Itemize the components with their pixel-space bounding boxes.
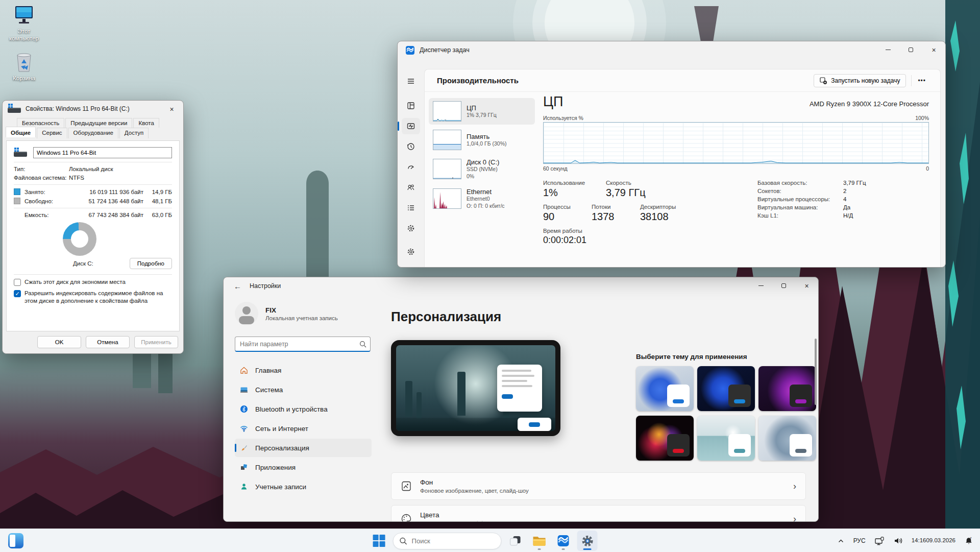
nav-item-system[interactable]: Система bbox=[235, 380, 372, 399]
list-item-ethernet[interactable]: Ethernet Ethernet0 О: 0 П: 0 кбит/с bbox=[429, 185, 535, 212]
desktop-icon-label: Корзина bbox=[13, 75, 35, 82]
index-checkbox-row[interactable]: ✓ Разрешить индексировать содержимое фай… bbox=[14, 290, 172, 305]
list-item-disk[interactable]: Диск 0 (C:) SSD (NVMe) 0% bbox=[429, 155, 535, 183]
start-button[interactable] bbox=[369, 531, 389, 551]
info-value: 4 bbox=[843, 196, 846, 202]
close-button[interactable]: × bbox=[160, 101, 183, 117]
tray-chevron-up[interactable] bbox=[834, 532, 848, 550]
settings-search-input[interactable] bbox=[235, 337, 371, 352]
minimize-button[interactable] bbox=[876, 41, 899, 58]
nav-item-apps[interactable]: Приложения bbox=[235, 458, 372, 476]
used-label: Занято: bbox=[24, 189, 69, 195]
tab-tools[interactable]: Сервис bbox=[37, 128, 67, 138]
theme-tile-windows-light[interactable] bbox=[636, 366, 694, 411]
desktop-icon-this-pc[interactable]: Этот компьютер bbox=[4, 5, 44, 42]
clock[interactable]: 14:16 09.03.2026 bbox=[909, 532, 959, 550]
theme-tile-captured-motion[interactable] bbox=[697, 416, 755, 461]
processes-label: Процессы bbox=[543, 204, 577, 210]
tab-previous-versions[interactable]: Предыдущие версии bbox=[65, 118, 132, 128]
app-history-icon[interactable] bbox=[402, 138, 420, 155]
close-button[interactable]: × bbox=[922, 41, 945, 58]
theme-tile-flower-dark[interactable] bbox=[636, 416, 694, 461]
language-indicator[interactable]: РУС bbox=[850, 532, 869, 550]
settings-window: ← Настройки × FIX Локальная учетная запи… bbox=[223, 277, 819, 522]
task-view-button[interactable] bbox=[505, 531, 526, 551]
cancel-button[interactable]: Отмена bbox=[86, 336, 130, 348]
checkbox-checked[interactable]: ✓ bbox=[14, 290, 21, 297]
menu-icon[interactable] bbox=[402, 73, 420, 89]
nav-label: Приложения bbox=[255, 464, 296, 471]
back-icon[interactable]: ← bbox=[234, 282, 241, 291]
colors-settings-row[interactable]: Цвета Контрастный цвет, эффекты прозрачн… bbox=[391, 505, 806, 522]
task-manager-button[interactable] bbox=[553, 531, 574, 551]
drive-icon bbox=[14, 148, 27, 158]
file-explorer-button[interactable] bbox=[529, 531, 550, 551]
ok-button[interactable]: OK bbox=[37, 336, 81, 348]
disk-label: Диск C: bbox=[73, 260, 93, 267]
network-tray[interactable] bbox=[871, 532, 888, 550]
details-button[interactable]: Подробно bbox=[130, 258, 172, 269]
dialog-titlebar[interactable]: Свойства: Windows 11 Pro 64-Bit (C:) × bbox=[3, 101, 183, 117]
volume-label-input[interactable] bbox=[33, 147, 172, 158]
network-icon bbox=[875, 537, 885, 545]
background-settings-row[interactable]: Фон Фоновое изображение, цвет, слайд-шоу… bbox=[391, 472, 806, 500]
apply-button[interactable]: Применить bbox=[134, 336, 178, 348]
disk-mini-chart bbox=[433, 159, 461, 179]
settings-icon[interactable] bbox=[402, 244, 420, 260]
chart-ymax: 100% bbox=[915, 115, 929, 121]
info-label: Кэш L1: bbox=[757, 212, 843, 219]
list-item-memory[interactable]: Память 1,0/4,0 ГБ (30%) bbox=[429, 127, 535, 153]
row-title: Цвета bbox=[420, 511, 579, 519]
handles-value: 38108 bbox=[640, 211, 676, 223]
widgets-button[interactable] bbox=[8, 533, 23, 548]
volume-tray[interactable] bbox=[890, 532, 906, 550]
more-options-icon[interactable]: ••• bbox=[911, 75, 932, 86]
taskbar-search[interactable] bbox=[393, 533, 502, 549]
row-title: Фон bbox=[420, 478, 529, 486]
item-title: ЦП bbox=[467, 104, 497, 112]
scrollbar-thumb[interactable] bbox=[815, 339, 817, 405]
processes-icon[interactable] bbox=[402, 98, 420, 114]
tray-date: 09.03.2026 bbox=[926, 537, 955, 545]
performance-icon[interactable] bbox=[402, 118, 420, 134]
taskbar-search-input[interactable] bbox=[412, 537, 488, 545]
maximize-button[interactable] bbox=[772, 277, 795, 294]
desktop-icon-recycle-bin[interactable]: Корзина bbox=[4, 51, 44, 82]
tab-quota[interactable]: Квота bbox=[133, 118, 159, 128]
item-sub: О: 0 П: 0 кбит/с bbox=[467, 203, 505, 210]
theme-tile-purple-glow[interactable] bbox=[758, 366, 816, 411]
theme-tile-glow-fabric[interactable] bbox=[758, 416, 816, 461]
tab-sharing[interactable]: Доступ bbox=[119, 128, 149, 138]
task-manager-titlebar[interactable]: Диспетчер задач × bbox=[398, 41, 945, 59]
info-label: Сокетов: bbox=[757, 188, 843, 194]
compress-checkbox-row[interactable]: Сжать этот диск для экономии места bbox=[14, 278, 172, 286]
settings-titlebar[interactable]: ← Настройки × bbox=[224, 277, 818, 295]
startup-apps-icon[interactable] bbox=[402, 159, 420, 175]
nav-item-accounts[interactable]: Учетные записи bbox=[235, 477, 372, 496]
nav-item-network-internet[interactable]: Сеть и Интернет bbox=[235, 419, 372, 438]
nav-item-personalization[interactable]: Персонализация bbox=[235, 439, 372, 457]
users-icon[interactable] bbox=[402, 179, 420, 196]
desktop-icon-label: Этот компьютер bbox=[4, 28, 44, 42]
settings-button[interactable] bbox=[577, 531, 598, 551]
notification-center[interactable]: z bbox=[961, 532, 977, 550]
checkbox-unchecked[interactable] bbox=[14, 279, 21, 286]
nav-item-home[interactable]: Главная bbox=[235, 361, 372, 379]
list-item-cpu[interactable]: ЦП 1% 3,79 ГГц bbox=[429, 98, 535, 125]
theme-tile-windows-dark[interactable] bbox=[697, 366, 755, 411]
nav-item-bluetooth-devices[interactable]: Bluetooth и устройства bbox=[235, 400, 372, 418]
speaker-icon bbox=[894, 537, 903, 545]
maximize-button[interactable] bbox=[899, 41, 922, 58]
tab-general[interactable]: Общие bbox=[6, 127, 36, 137]
services-icon[interactable] bbox=[402, 220, 420, 236]
tab-hardware[interactable]: Оборудование bbox=[68, 128, 118, 138]
windows-start-icon bbox=[373, 535, 385, 547]
run-new-task-button[interactable]: Запустить новую задачу bbox=[814, 74, 906, 87]
account-card[interactable]: FIX Локальная учетная запись bbox=[235, 302, 372, 325]
close-button[interactable]: × bbox=[795, 277, 818, 294]
info-value: 3,79 ГГц bbox=[843, 180, 866, 186]
minimize-button[interactable] bbox=[749, 277, 772, 294]
details-icon[interactable] bbox=[402, 200, 420, 216]
system-icon bbox=[240, 386, 248, 394]
info-label: Базовая скорость: bbox=[757, 180, 843, 186]
